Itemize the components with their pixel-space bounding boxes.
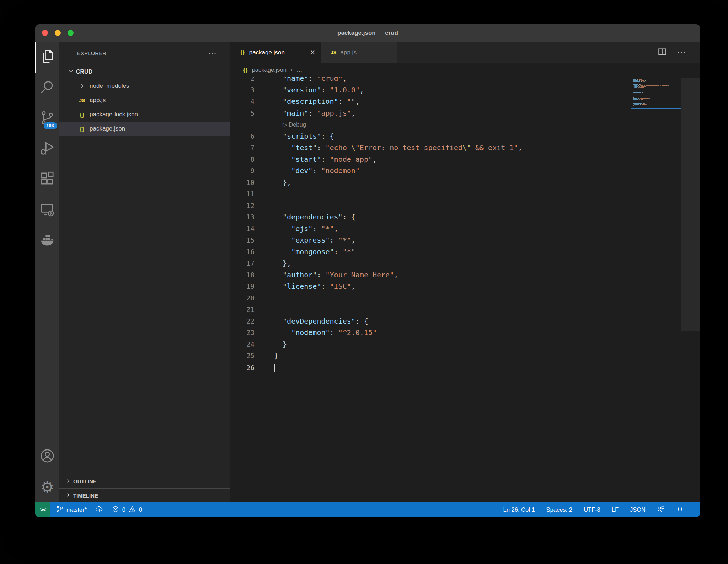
line-number[interactable]: 13 <box>230 211 255 223</box>
code-line[interactable]: 7 "test": "echo \"Error: no test specifi… <box>230 142 631 154</box>
tab-app-js[interactable]: JS app.js <box>321 42 397 63</box>
line-number[interactable] <box>230 119 255 131</box>
folder-section-header[interactable]: CRUD <box>59 65 230 79</box>
line-number[interactable]: 10 <box>230 177 255 188</box>
code-line[interactable]: 13 "dependencies": { <box>230 211 631 223</box>
activity-remote-explorer-button[interactable] <box>35 195 59 225</box>
code-line[interactable]: 26 <box>230 362 631 373</box>
breadcrumb[interactable]: {} package.json › … <box>230 63 700 77</box>
line-number[interactable]: 26 <box>230 362 255 373</box>
code-line[interactable]: 15 "express": "*", <box>230 234 631 246</box>
code-line[interactable]: 10 }, <box>230 177 631 188</box>
remote-indicator[interactable]: >< <box>35 502 50 517</box>
line-number[interactable]: 5 <box>230 107 255 119</box>
file-tree-item-node_modules[interactable]: node_modules <box>59 79 230 93</box>
line-number[interactable]: 4 <box>230 96 255 107</box>
breadcrumb-file[interactable]: package.json <box>252 66 287 73</box>
activity-docker-button[interactable] <box>35 225 59 256</box>
feedback-button[interactable] <box>657 505 665 515</box>
tab-package-json[interactable]: {} package.json × <box>230 42 321 63</box>
activity-source-control-button[interactable]: 10K <box>35 103 59 134</box>
line-number[interactable]: 7 <box>230 142 255 154</box>
code-line[interactable]: 18 "author": "Your Name Here", <box>230 269 631 281</box>
cursor-position[interactable]: Ln 26, Col 1 <box>503 506 535 513</box>
minimize-window-button[interactable] <box>55 30 61 36</box>
activity-settings-button[interactable]: ⚙ <box>35 472 59 502</box>
language-mode[interactable]: JSON <box>630 506 646 513</box>
code-line[interactable]: 14 "ejs": "*", <box>230 223 631 235</box>
code-line[interactable]: 6 "scripts": { <box>230 131 631 142</box>
code-line[interactable]: 23 "nodemon": "^2.0.15" <box>230 327 631 339</box>
line-number[interactable]: 23 <box>230 327 255 339</box>
code-line[interactable]: 9 "dev": "nodemon" <box>230 165 631 177</box>
code-line[interactable]: 25} <box>230 350 631 362</box>
file-tree-item-package.json[interactable]: {}package.json <box>59 122 230 136</box>
code-line[interactable]: 24 } <box>230 339 631 350</box>
code-editor[interactable]: 2 "name": "crud",3 "version": "1.0.0",4 … <box>230 77 631 502</box>
eol-setting[interactable]: LF <box>612 506 619 513</box>
line-number[interactable]: 24 <box>230 339 255 350</box>
line-number[interactable]: 19 <box>230 281 255 292</box>
line-number[interactable]: 25 <box>230 350 255 362</box>
git-branch-indicator[interactable]: master* <box>56 505 87 515</box>
zoom-window-button[interactable] <box>68 30 74 36</box>
minimap[interactable] <box>631 79 681 109</box>
encoding-setting[interactable]: UTF-8 <box>584 506 600 513</box>
code-line[interactable]: 20 <box>230 292 631 304</box>
code-line[interactable]: 5 "main": "app.js", <box>230 107 631 119</box>
line-number[interactable]: 11 <box>230 188 255 200</box>
activity-search-button[interactable] <box>35 73 59 103</box>
titlebar[interactable]: package.json — crud <box>35 24 700 42</box>
line-number[interactable]: 8 <box>230 154 255 165</box>
code-line[interactable]: 3 "version": "1.0.0", <box>230 84 631 96</box>
line-number[interactable]: 16 <box>230 246 255 258</box>
problems-indicator[interactable]: 0 0 <box>112 505 142 515</box>
line-number[interactable]: 14 <box>230 223 255 235</box>
explorer-more-actions-button[interactable]: ⋯ <box>208 48 217 58</box>
vertical-scrollbar[interactable] <box>681 78 700 331</box>
code-line[interactable]: 11 <box>230 188 631 200</box>
line-number[interactable]: 12 <box>230 200 255 212</box>
code-line[interactable]: 8 "start": "node app", <box>230 154 631 165</box>
indent-guide <box>274 327 274 339</box>
minimap-line <box>631 96 681 96</box>
breadcrumb-more[interactable]: … <box>296 66 303 73</box>
code-line[interactable]: 21 <box>230 304 631 315</box>
close-window-button[interactable] <box>42 30 48 36</box>
line-number[interactable]: 6 <box>230 131 255 142</box>
close-tab-button[interactable]: × <box>310 48 315 57</box>
outline-section-header[interactable]: OUTLINE <box>59 474 230 488</box>
more-actions-button[interactable]: ⋯ <box>677 48 686 58</box>
line-number[interactable]: 20 <box>230 292 255 304</box>
line-number[interactable]: 3 <box>230 84 255 96</box>
codelens-row[interactable]: ▷ Debug <box>230 119 631 131</box>
line-number[interactable]: 15 <box>230 234 255 246</box>
activity-run-debug-button[interactable] <box>35 134 59 164</box>
indent-guide <box>274 234 274 246</box>
activity-explorer-button[interactable] <box>35 42 59 73</box>
line-number[interactable]: 21 <box>230 304 255 315</box>
notifications-button[interactable] <box>676 505 684 515</box>
timeline-section-header[interactable]: TIMELINE <box>59 488 230 502</box>
code-line[interactable]: 4 "description": "", <box>230 96 631 107</box>
code-line[interactable]: 19 "license": "ISC", <box>230 281 631 292</box>
indent-guide <box>274 96 274 107</box>
line-number[interactable]: 9 <box>230 165 255 177</box>
split-editor-button[interactable] <box>657 47 667 58</box>
line-number[interactable]: 18 <box>230 269 255 281</box>
line-number[interactable]: 2 <box>230 77 255 84</box>
minimap-line <box>631 104 681 105</box>
line-number[interactable]: 22 <box>230 315 255 327</box>
code-line[interactable]: 22 "devDependencies": { <box>230 315 631 327</box>
code-line[interactable]: 17 }, <box>230 257 631 269</box>
file-tree-item-package-lock.json[interactable]: {}package-lock.json <box>59 107 230 122</box>
code-line[interactable]: 16 "mongoose": "*" <box>230 246 631 258</box>
activity-account-button[interactable] <box>35 441 59 472</box>
sync-changes-button[interactable] <box>95 505 103 515</box>
code-line[interactable]: 12 <box>230 200 631 212</box>
activity-extensions-button[interactable] <box>35 164 59 195</box>
indentation-setting[interactable]: Spaces: 2 <box>546 506 572 513</box>
code-line[interactable]: 2 "name": "crud", <box>230 77 631 84</box>
line-number[interactable]: 17 <box>230 257 255 269</box>
file-tree-item-app.js[interactable]: JSapp.js <box>59 93 230 107</box>
